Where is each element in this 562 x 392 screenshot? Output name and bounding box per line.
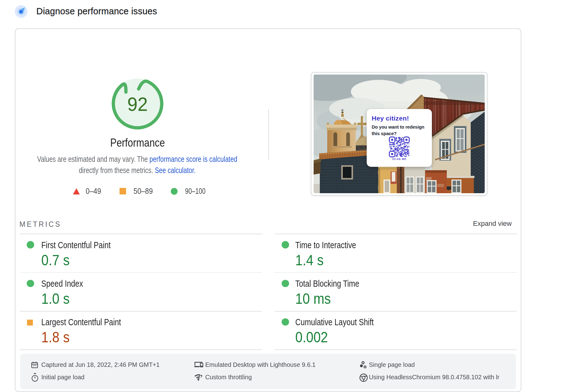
svg-text:this space?: this space? — [372, 131, 397, 136]
svg-text:Do you want to redesign: Do you want to redesign — [372, 124, 424, 130]
svg-text:Hey citizen!: Hey citizen! — [372, 115, 409, 122]
svg-text:SCAN ME: SCAN ME — [392, 157, 406, 161]
